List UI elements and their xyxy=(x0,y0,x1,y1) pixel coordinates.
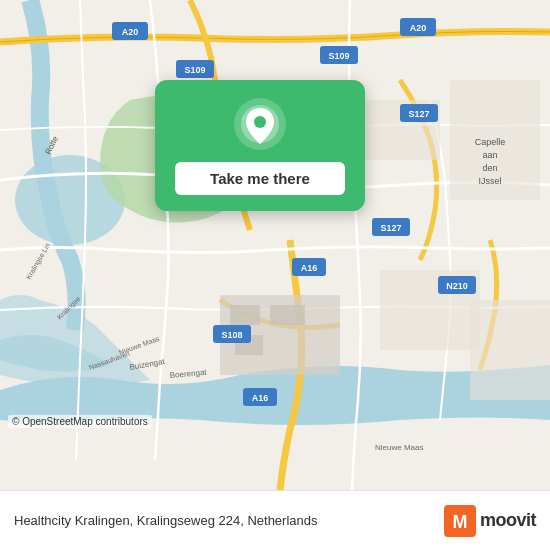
svg-text:M: M xyxy=(452,512,467,532)
map-container: A20 A20 S109 S109 S127 S127 A16 A16 S108… xyxy=(0,0,550,490)
moovit-label: moovit xyxy=(480,510,536,531)
svg-point-44 xyxy=(254,116,266,128)
svg-rect-4 xyxy=(270,305,305,325)
bottom-bar: Healthcity Kralingen, Kralingseweg 224, … xyxy=(0,490,550,550)
svg-rect-3 xyxy=(230,305,260,325)
svg-text:S127: S127 xyxy=(408,109,429,119)
svg-text:S108: S108 xyxy=(221,330,242,340)
svg-text:A16: A16 xyxy=(301,263,318,273)
svg-text:S127: S127 xyxy=(380,223,401,233)
svg-text:aan: aan xyxy=(482,150,497,160)
svg-rect-9 xyxy=(470,300,550,400)
moovit-logo[interactable]: M moovit xyxy=(444,505,536,537)
svg-text:den: den xyxy=(482,163,497,173)
svg-text:S109: S109 xyxy=(184,65,205,75)
svg-text:A20: A20 xyxy=(122,27,139,37)
map-attribution: © OpenStreetMap contributors xyxy=(8,415,152,428)
svg-text:Capelle: Capelle xyxy=(475,137,506,147)
location-pin-icon xyxy=(234,98,286,150)
svg-text:Nieuwe Maas: Nieuwe Maas xyxy=(375,443,423,452)
svg-text:IJssel: IJssel xyxy=(478,176,501,186)
svg-text:A16: A16 xyxy=(252,393,269,403)
green-card[interactable]: Take me there xyxy=(155,80,365,211)
svg-text:A20: A20 xyxy=(410,23,427,33)
take-me-there-button[interactable]: Take me there xyxy=(175,162,345,195)
svg-text:N210: N210 xyxy=(446,281,468,291)
svg-text:S109: S109 xyxy=(328,51,349,61)
moovit-logo-icon: M xyxy=(444,505,476,537)
location-text: Healthcity Kralingen, Kralingseweg 224, … xyxy=(14,513,444,528)
